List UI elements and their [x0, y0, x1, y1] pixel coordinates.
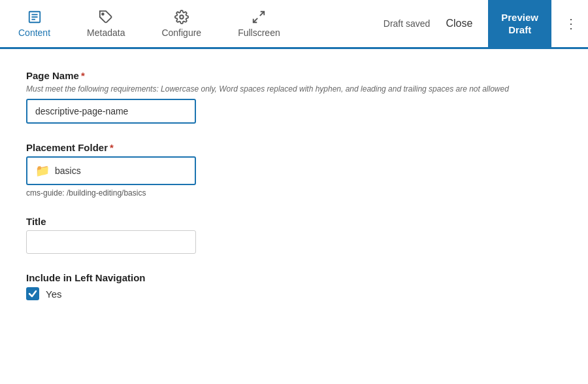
page-name-label: Page Name*	[26, 70, 562, 81]
placement-folder-input[interactable]: 📁 basics	[26, 156, 196, 185]
title-label: Title	[26, 216, 562, 227]
left-nav-label: Include in Left Navigation	[26, 272, 562, 283]
page-name-hint: Must meet the following requirements: Lo…	[26, 84, 562, 94]
placement-folder-required: *	[110, 142, 114, 153]
page-name-required: *	[81, 70, 85, 81]
left-nav-checkbox[interactable]	[26, 287, 39, 300]
svg-line-6	[260, 11, 264, 15]
folder-name: basics	[55, 166, 81, 176]
svg-point-4	[102, 13, 104, 15]
svg-point-5	[180, 15, 184, 19]
page-name-input[interactable]	[26, 99, 196, 124]
page-name-field-group: Page Name* Must meet the following requi…	[26, 70, 562, 124]
tab-metadata[interactable]: Metadata	[69, 0, 143, 49]
checkmark-icon	[28, 289, 37, 298]
placement-folder-label: Placement Folder*	[26, 142, 562, 153]
more-options-button[interactable]: ⋮	[559, 12, 583, 35]
gear-icon	[174, 10, 189, 24]
folder-icon: 📁	[35, 164, 50, 178]
placement-folder-path: cms-guide: /building-editing/basics	[26, 188, 562, 198]
svg-line-7	[253, 18, 257, 22]
tab-fullscreen-label: Fullscreen	[238, 27, 280, 38]
title-field-group: Title	[26, 216, 562, 254]
left-nav-yes-label: Yes	[46, 288, 61, 300]
main-content: Page Name* Must meet the following requi…	[0, 49, 588, 340]
tag-icon	[99, 10, 113, 24]
fullscreen-icon	[252, 10, 266, 24]
tab-configure[interactable]: Configure	[143, 0, 220, 49]
left-nav-checkbox-row: Yes	[26, 287, 562, 300]
content-icon	[27, 10, 42, 24]
close-button[interactable]: Close	[438, 14, 480, 33]
tab-fullscreen[interactable]: Fullscreen	[220, 0, 299, 49]
tab-metadata-label: Metadata	[87, 27, 125, 38]
nav-spacer	[299, 0, 384, 47]
tab-content[interactable]: Content	[0, 0, 69, 49]
title-input[interactable]	[26, 230, 196, 254]
nav-right: Draft saved Close PreviewDraft ⋮	[384, 0, 588, 47]
placement-folder-field-group: Placement Folder* 📁 basics cms-guide: /b…	[26, 142, 562, 198]
draft-saved-status: Draft saved	[384, 18, 431, 29]
top-nav: Content Metadata Configure Fullscreen Dr…	[0, 0, 588, 49]
tab-configure-label: Configure	[161, 27, 201, 38]
tab-content-label: Content	[18, 27, 50, 38]
preview-draft-button[interactable]: PreviewDraft	[488, 0, 551, 48]
left-nav-field-group: Include in Left Navigation Yes	[26, 272, 562, 300]
